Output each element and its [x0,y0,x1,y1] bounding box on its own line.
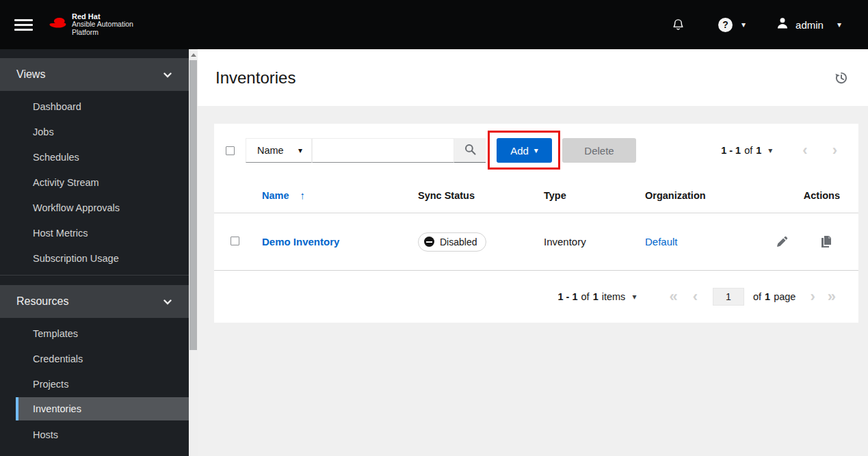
search-input[interactable] [312,138,454,163]
last-page-icon[interactable]: » [828,289,836,304]
notifications-bell-icon[interactable] [672,18,685,31]
row-actions-cell [776,236,859,247]
column-header-name[interactable]: Name ↑ [262,189,418,201]
page-total: 1 [765,291,770,302]
pagination-total: 1 [593,291,599,302]
sidebar-item-schedules[interactable]: Schedules [0,144,189,170]
select-all-checkbox[interactable] [226,146,235,155]
table-header-row: Name ↑ Sync Status Type Organization Act… [214,178,858,213]
next-page-icon[interactable]: › [810,289,815,304]
column-header-sync-status: Sync Status [418,190,544,201]
caret-down-icon: ▾ [534,146,538,155]
sidebar-item-activity-stream[interactable]: Activity Stream [0,170,189,195]
row-type-cell: Inventory [544,236,645,247]
toolbar: Name ▾ [214,124,858,178]
menu-bar [14,19,33,21]
help-icon: ? [718,18,733,32]
sync-status-badge: Disabled [418,232,486,252]
page-word: page [774,291,795,302]
user-menu[interactable]: admin ▾ [776,16,841,33]
page-of: of [753,291,761,302]
pagination-top-summary[interactable]: 1 - 1 of 1 [721,145,761,156]
user-icon [776,16,789,33]
inventory-name-link[interactable]: Demo Inventory [262,236,339,247]
column-header-type: Type [544,190,645,201]
row-checkbox-cell [214,236,262,247]
sidebar-group-label: Views [16,68,45,81]
delete-button[interactable]: Delete [562,138,636,163]
sidebar-group-views[interactable]: Views [0,58,189,91]
copy-icon[interactable] [821,236,832,247]
sidebar-item-dashboard[interactable]: Dashboard [0,94,189,119]
sidebar-item-hosts[interactable]: Hosts [0,422,189,447]
brand-logo: Red Hat Ansible Automation Platform [48,12,133,37]
masthead: Red Hat Ansible Automation Platform ? ▾ [0,0,868,49]
row-organization-cell: Default [645,236,776,247]
current-page-input[interactable] [713,288,744,306]
column-header-name-label: Name [262,190,289,201]
redhat-hat-icon [48,15,68,34]
add-button[interactable]: Add ▾ [497,138,552,163]
username: admin [795,19,824,31]
caret-down-icon: ▾ [741,21,746,29]
main-content: Inventories Name ▾ [198,49,868,456]
history-icon[interactable] [834,70,849,85]
row-checkbox[interactable] [231,237,239,245]
sidebar-item-host-metrics[interactable]: Host Metrics [0,220,189,245]
sidebar-views-list: Dashboard Jobs Schedules Activity Stream… [0,91,189,275]
sidebar-item-jobs[interactable]: Jobs [0,119,189,144]
scroll-up-arrow-icon[interactable] [191,53,196,57]
caret-down-icon: ▾ [837,21,841,29]
search-button[interactable] [454,138,486,163]
pagination-total: 1 [756,145,761,156]
pagination-bottom-summary[interactable]: 1 - 1 of 1 items [558,291,626,302]
row-name-cell: Demo Inventory [262,236,418,247]
pagination-range: 1 - 1 [558,291,578,302]
first-page-icon[interactable]: « [669,289,677,304]
sidebar-group-resources[interactable]: Resources [0,285,189,318]
content-area: Name ▾ [198,106,868,456]
filter-selected-label: Name [257,145,284,156]
sidebar-item-templates[interactable]: Templates [0,321,189,346]
sidebar-item-workflow-approvals[interactable]: Workflow Approvals [0,195,189,220]
menu-icon[interactable] [14,19,33,31]
sidebar-item-subscription-usage[interactable]: Subscription Usage [0,245,189,271]
pagination-top: 1 - 1 of 1 ▾ ‹ › [721,143,858,158]
pagination-of: of [744,145,752,156]
help-menu[interactable]: ? ▾ [718,18,746,32]
sidebar-section-views: Views Dashboard Jobs Schedules Activity … [0,58,189,275]
sidebar-item-inventories[interactable]: Inventories [16,397,189,420]
vertical-scrollbar[interactable] [189,49,198,456]
column-header-actions: Actions [776,190,858,201]
prev-page-icon[interactable]: ‹ [802,143,807,158]
disabled-ban-icon [424,237,434,247]
masthead-actions: ? ▾ admin ▾ [672,16,841,33]
brand-line3: Platform [72,29,133,37]
chevron-down-icon [163,295,172,308]
sidebar-resources-list: Templates Credentials Projects Inventori… [0,318,189,451]
prev-page-icon[interactable]: ‹ [693,289,698,304]
menu-bar [14,29,33,31]
edit-pencil-icon[interactable] [776,236,788,247]
sidebar-item-projects[interactable]: Projects [0,371,189,397]
scrollbar-thumb[interactable] [189,60,197,350]
sidebar-item-credentials[interactable]: Credentials [0,346,189,371]
add-button-wrap: Add ▾ [497,138,552,163]
inventories-card: Name ▾ [214,124,858,323]
row-sync-status-cell: Disabled [418,232,544,252]
menu-bar [14,24,33,26]
column-header-organization: Organization [645,190,776,201]
caret-down-icon: ▾ [632,293,636,301]
next-page-icon[interactable]: › [832,143,837,158]
app: Red Hat Ansible Automation Platform ? ▾ [0,0,868,456]
organization-link[interactable]: Default [645,236,678,247]
brand-text: Red Hat Ansible Automation Platform [72,12,133,37]
caret-down-icon: ▾ [768,146,772,155]
caret-down-icon: ▾ [298,146,302,155]
sidebar-group-label: Resources [16,295,68,308]
pagination-of: of [581,291,590,302]
page-title: Inventories [215,68,295,88]
pagination-range: 1 - 1 [721,145,741,156]
filter-attribute-select[interactable]: Name ▾ [246,138,312,163]
pagination-items-label: items [602,291,626,302]
